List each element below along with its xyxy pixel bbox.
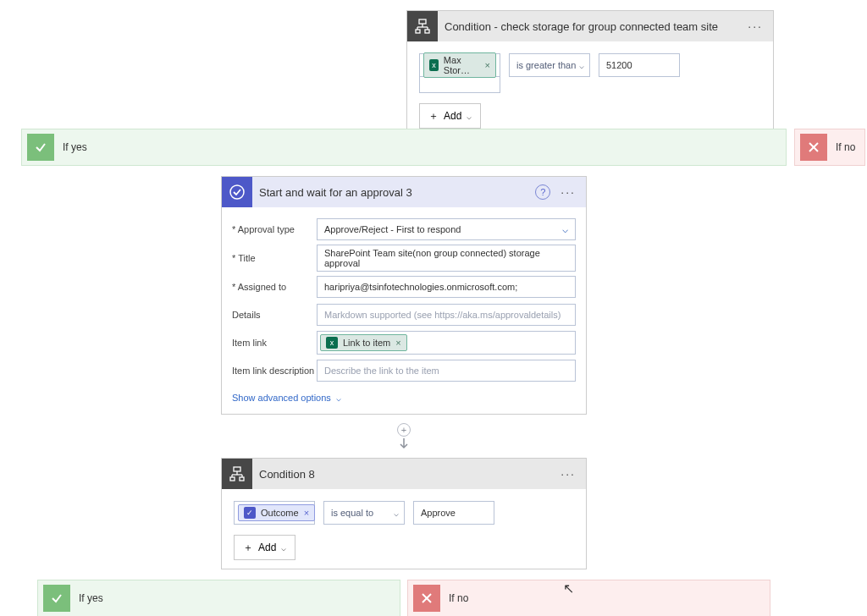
if-yes-label: If yes (79, 592, 103, 604)
operator-label: is greater than (516, 60, 576, 70)
dynamic-token-link-to-item[interactable]: x Link to item × (320, 334, 407, 351)
condition-body: x Max Stor… × is greater than ⌵ 51200 ＋ … (407, 41, 773, 137)
condition-icon (222, 459, 252, 489)
chevron-down-icon: ⌵ (562, 223, 568, 235)
plus-icon: ＋ (243, 541, 253, 555)
if-no-branch-lower[interactable]: If no (407, 580, 770, 616)
condition8-header[interactable]: Condition 8 ··· (222, 459, 586, 489)
token-label: Outcome (261, 508, 299, 518)
if-yes-branch-top[interactable]: If yes (21, 129, 787, 166)
approval-title: Start and wait for an approval 3 (252, 186, 535, 199)
check-icon (43, 585, 70, 612)
svg-rect-17 (240, 477, 244, 481)
details-label: Details (232, 310, 317, 320)
condition8-menu-button[interactable]: ··· (554, 467, 583, 481)
condition-value-input[interactable]: 51200 (599, 53, 680, 77)
approval-icon (222, 177, 252, 207)
condition8-operator-select[interactable]: is equal to ⌵ (323, 501, 405, 525)
approval-menu-button[interactable]: ··· (554, 185, 583, 199)
approval-card: Start and wait for an approval 3 ? ··· *… (221, 176, 587, 415)
help-icon[interactable]: ? (535, 184, 550, 200)
svg-rect-16 (230, 477, 235, 481)
title-label: * Title (232, 253, 317, 263)
assigned-to-value: haripriya@tsinfotechnologies.onmicrosoft… (324, 282, 517, 292)
token-remove-icon[interactable]: × (304, 508, 309, 518)
if-no-label: If no (449, 592, 468, 604)
approval-type-value: Approve/Reject - First to respond (324, 224, 461, 234)
assigned-to-label: * Assigned to (232, 282, 317, 292)
svg-rect-6 (425, 30, 429, 33)
sharepoint-icon: x (429, 59, 439, 71)
if-no-branch-top[interactable]: If no (794, 129, 865, 166)
condition-menu-button[interactable]: ··· (741, 19, 770, 33)
chevron-down-icon: ⌵ (336, 393, 341, 403)
condition-left-operand-extra[interactable] (419, 76, 500, 93)
item-link-label: Item link (232, 338, 317, 348)
approval-body: * Approval type Approve/Reject - First t… (222, 207, 586, 414)
condition8-value-input[interactable]: Approve (413, 501, 494, 525)
approval-type-select[interactable]: Approve/Reject - First to respond ⌵ (317, 218, 576, 240)
condition-operator-select[interactable]: is greater than ⌵ (509, 53, 590, 77)
flow-arrow: + (22, 415, 786, 458)
condition8-body: ✓ Outcome × is equal to ⌵ Approve ＋ (222, 489, 586, 569)
show-advanced-options-link[interactable]: Show advanced options ⌵ (232, 393, 341, 403)
token-label: Max Stor… (444, 55, 480, 75)
details-placeholder: Markdown supported (see https://aka.ms/a… (324, 310, 561, 320)
dynamic-token-outcome[interactable]: ✓ Outcome × (238, 504, 315, 521)
if-yes-label: If yes (63, 141, 87, 153)
condition8-title: Condition 8 (252, 468, 554, 481)
condition-left-operand[interactable]: x Max Stor… × (419, 53, 500, 77)
add-condition-button[interactable]: ＋ Add ⌵ (419, 103, 481, 129)
chevron-down-icon: ⌵ (579, 61, 584, 70)
token-label: Link to item (343, 338, 390, 348)
condition-header[interactable]: Condition - check storage for group conn… (407, 11, 773, 41)
condition-card-8: Condition 8 ··· ✓ Outcome × is equal to … (221, 458, 587, 569)
plus-icon: ＋ (428, 109, 439, 124)
title-input[interactable]: SharePoint Team site(non group connected… (317, 245, 576, 272)
svg-rect-0 (419, 19, 426, 24)
condition-icon (407, 11, 438, 41)
item-link-desc-placeholder: Describe the link to the item (324, 366, 439, 376)
dynamic-token-max-storage[interactable]: x Max Stor… × (423, 52, 496, 78)
check-icon (27, 134, 54, 161)
item-link-desc-label: Item link description (232, 366, 317, 376)
token-remove-icon[interactable]: × (395, 338, 400, 348)
details-input[interactable]: Markdown supported (see https://aka.ms/a… (317, 304, 576, 326)
item-link-input[interactable]: x Link to item × (317, 331, 576, 355)
chevron-down-icon: ⌵ (394, 509, 399, 518)
value-text: Approve (421, 508, 456, 518)
assigned-to-input[interactable]: haripriya@tsinfotechnologies.onmicrosoft… (317, 276, 576, 298)
add-condition8-button[interactable]: ＋ Add ⌵ (234, 535, 295, 560)
value-text: 51200 (606, 60, 632, 70)
operator-label: is equal to (331, 508, 373, 518)
condition-card-top: Condition - check storage for group conn… (406, 10, 774, 138)
if-no-label: If no (836, 141, 855, 153)
token-remove-icon[interactable]: × (485, 60, 490, 70)
add-label: Add (258, 542, 276, 553)
condition8-left-operand[interactable]: ✓ Outcome × (234, 501, 315, 525)
insert-step-button[interactable]: + (397, 423, 411, 437)
chevron-down-icon: ⌵ (467, 112, 472, 121)
chevron-down-icon: ⌵ (281, 543, 286, 553)
advanced-label: Show advanced options (232, 393, 331, 403)
svg-rect-5 (416, 30, 420, 33)
svg-point-9 (230, 185, 244, 199)
item-link-desc-input[interactable]: Describe the link to the item (317, 360, 576, 382)
condition-title: Condition - check storage for group conn… (438, 20, 741, 33)
approval-type-label: * Approval type (232, 224, 317, 234)
svg-rect-11 (234, 467, 240, 471)
sharepoint-icon: x (326, 337, 338, 349)
approval-header[interactable]: Start and wait for an approval 3 ? ··· (222, 177, 586, 207)
close-icon (413, 585, 440, 612)
title-value: SharePoint Team site(non group connected… (324, 248, 568, 268)
approvals-icon: ✓ (244, 507, 256, 519)
if-yes-branch-lower[interactable]: If yes (37, 580, 400, 616)
close-icon (800, 134, 827, 161)
add-label: Add (444, 110, 461, 122)
